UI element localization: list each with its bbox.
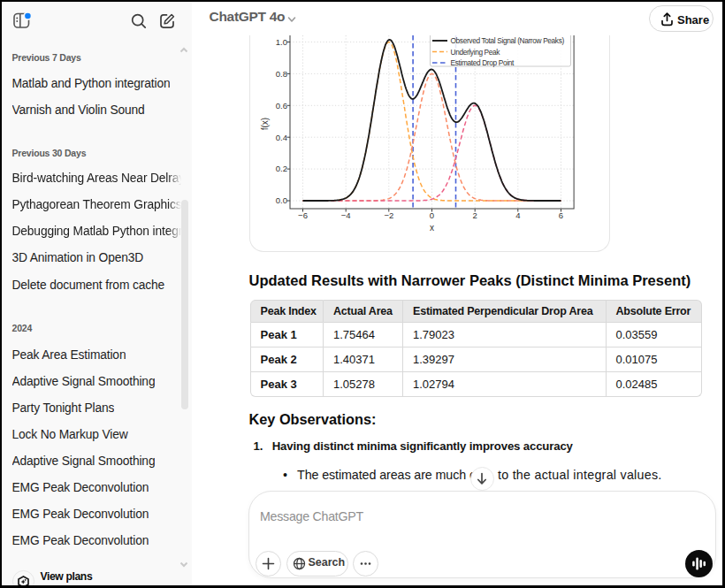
svg-text:Underlying Peak: Underlying Peak bbox=[450, 48, 500, 57]
svg-text:0.6: 0.6 bbox=[275, 101, 286, 111]
svg-text:Observed Total Signal (Narrow: Observed Total Signal (Narrow Peaks) bbox=[450, 36, 564, 45]
svg-text:6: 6 bbox=[558, 210, 562, 220]
svg-text:Estimated Drop Point: Estimated Drop Point bbox=[450, 58, 514, 67]
svg-text:0.8: 0.8 bbox=[275, 69, 286, 79]
svg-text:1.0: 1.0 bbox=[275, 37, 286, 47]
svg-text:−2: −2 bbox=[384, 210, 393, 220]
svg-text:4: 4 bbox=[515, 210, 520, 220]
svg-text:f(x): f(x) bbox=[260, 118, 270, 130]
svg-text:x: x bbox=[430, 223, 434, 233]
svg-text:0: 0 bbox=[429, 210, 433, 220]
svg-text:−4: −4 bbox=[340, 210, 350, 220]
svg-text:−6: −6 bbox=[298, 210, 308, 220]
svg-text:2: 2 bbox=[472, 210, 477, 220]
svg-text:0.0: 0.0 bbox=[275, 195, 286, 205]
svg-text:0.4: 0.4 bbox=[275, 133, 286, 142]
svg-text:0.2: 0.2 bbox=[275, 164, 286, 173]
